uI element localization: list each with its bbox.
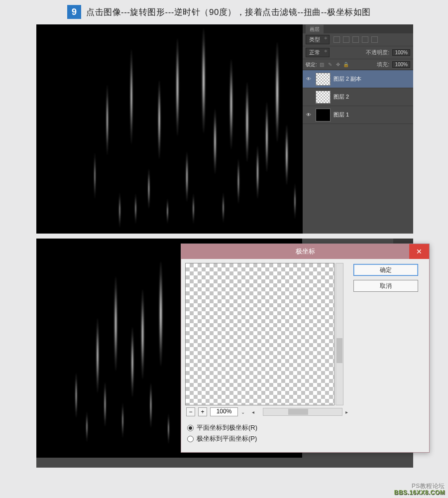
zoom-value[interactable]: 100%: [210, 407, 238, 416]
ok-button[interactable]: 确定: [353, 264, 418, 276]
step-instruction: 点击图像---旋转图形---逆时针（90度），接着点击滤镜--扭曲--极坐标如图: [86, 5, 386, 20]
layer-item[interactable]: 👁图层 1: [303, 106, 413, 124]
dialog-title-text: 极坐标: [296, 247, 315, 256]
lock-pixels-icon[interactable]: ✎: [327, 62, 333, 68]
fill-label: 填充:: [377, 61, 389, 68]
layer-thumbnail: [316, 73, 331, 86]
layer-item[interactable]: 图层 2: [303, 88, 413, 106]
radio-icon: [187, 425, 194, 431]
radio-rect-to-polar[interactable]: 平面坐标到极坐标(R): [187, 423, 257, 432]
watermark-line2: BBS.16XX8.COM: [394, 490, 445, 496]
step-badge: 9: [67, 5, 81, 19]
screenshot-canvas-1: 画层 类型 正常 不透明度: 100% 锁定: ▨ ✎ ✥ 🔒: [36, 24, 413, 234]
zoom-in-button[interactable]: +: [198, 407, 207, 416]
filter-adjust-icon[interactable]: [343, 36, 349, 43]
lock-all-icon[interactable]: 🔒: [343, 62, 349, 68]
visibility-eye-icon[interactable]: 👁: [305, 75, 313, 83]
preview-hscroll[interactable]: [263, 408, 342, 416]
layer-name-label: 图层 2 副本: [334, 75, 361, 83]
opacity-value[interactable]: 100%: [392, 49, 410, 56]
filter-text-icon[interactable]: [352, 36, 359, 43]
cancel-button[interactable]: 取消: [353, 280, 418, 292]
opacity-label: 不透明度:: [366, 49, 389, 56]
layers-tab[interactable]: 画层: [306, 25, 324, 33]
filter-smart-icon[interactable]: [371, 36, 378, 43]
layers-panel: 画层 类型 正常 不透明度: 100% 锁定: ▨ ✎ ✥ 🔒: [303, 24, 413, 234]
close-icon[interactable]: ✕: [409, 244, 429, 259]
radio-icon: [187, 436, 194, 442]
visibility-eye-icon[interactable]: 👁: [305, 111, 313, 119]
screenshot-canvas-2: 100% 100% 极坐标 ✕ 确定 取消 − + 100%: [36, 239, 413, 468]
lock-label: 锁定:: [306, 61, 317, 68]
layer-thumbnail: [316, 109, 331, 122]
dialog-titlebar[interactable]: 极坐标 ✕: [181, 244, 429, 259]
lock-transparency-icon[interactable]: ▨: [319, 62, 325, 68]
radio-label-1: 平面坐标到极坐标(R): [197, 423, 257, 432]
layer-name-label: 图层 1: [334, 111, 349, 119]
polar-coordinates-dialog: 极坐标 ✕ 确定 取消 − + 100% ⌄ ◂ ▸: [181, 244, 430, 453]
visibility-eye-icon[interactable]: [305, 93, 313, 101]
watermark: PS教程论坛 BBS.16XX8.COM: [394, 483, 445, 496]
zoom-out-button[interactable]: −: [186, 407, 195, 416]
fill-value[interactable]: 100%: [392, 61, 410, 68]
radio-polar-to-rect[interactable]: 极坐标到平面坐标(P): [187, 434, 257, 443]
preview-vscroll[interactable]: [336, 263, 343, 405]
layer-name-label: 图层 2: [334, 93, 349, 101]
hscroll-left-icon[interactable]: ◂: [252, 409, 260, 415]
preview-box: [185, 263, 335, 405]
layer-type-select[interactable]: 类型: [306, 35, 330, 44]
filter-shape-icon[interactable]: [362, 36, 368, 43]
radio-label-2: 极坐标到平面坐标(P): [197, 434, 257, 443]
filter-image-icon[interactable]: [334, 36, 340, 43]
canvas-area-1: [36, 24, 303, 234]
blend-mode-select[interactable]: 正常: [306, 48, 330, 57]
layer-item[interactable]: 👁图层 2 副本: [303, 70, 413, 88]
lock-position-icon[interactable]: ✥: [335, 62, 341, 68]
hscroll-right-icon[interactable]: ▸: [345, 409, 353, 415]
layer-thumbnail: [316, 91, 331, 104]
chevron-down-icon[interactable]: ⌄: [241, 409, 249, 415]
